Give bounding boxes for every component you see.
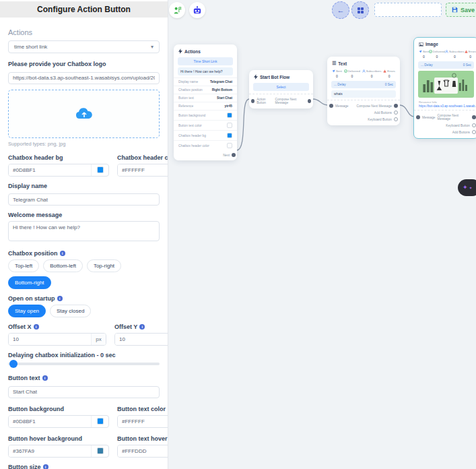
button-text-hover-color-label: Button text hover color [117,435,168,442]
button-bg-input[interactable] [9,416,91,427]
info-icon: i [60,251,65,256]
position-bottom-left[interactable]: Bottom-left [43,259,83,272]
stats-row: Sent0 Delivered0 Subscribers0 Errors0 [414,49,476,59]
welcome-message-textarea[interactable]: Hi there ! How can we help? [8,221,160,241]
bot-button[interactable] [189,2,205,18]
header-bg-label: Chatbox header bg [8,154,109,161]
header-color-input[interactable] [118,164,168,176]
logo-url-input[interactable] [8,72,160,84]
color-swatch [227,113,232,118]
offset-x-label: Offset Xi [8,323,106,330]
color-swatch [227,143,232,148]
message-socket[interactable] [416,115,420,119]
node-title: Text [338,61,347,66]
stats-row: Sent0 Delivered0 Subscribers0 Errors0 [327,68,400,79]
person-flag-icon [173,6,182,15]
save-icon [452,7,458,13]
start-bot-flow-node[interactable]: Start Bot Flow Select Action Button Comp… [249,70,313,108]
node-title: Image [426,42,438,46]
app-root: Configure Action Button Actions time sho… [0,0,476,469]
button-text-color-label: Button text color [117,406,168,412]
button-text-label: Button texti [8,375,160,381]
subscribers-icon [362,69,366,73]
position-top-left[interactable]: Top-left [8,259,39,272]
back-button[interactable]: ← [332,1,349,19]
display-name-label: Display name [8,183,160,189]
logo-upload-dropzone[interactable] [8,90,160,138]
button-text-hover-color-input[interactable] [118,445,168,457]
button-text-color-input[interactable] [118,416,168,427]
open-on-startup-label: Open on startupi [8,295,160,302]
header-bg-field [8,164,109,177]
ai-assistant-button[interactable]: ✦ ✦ [458,179,476,196]
header-bg-input[interactable] [9,164,91,176]
button-text-color-field [117,415,168,428]
image-node[interactable]: Image Sent0 Delivered0 Subscribers0 Erro… [413,37,476,139]
position-bottom-right[interactable]: Bottom-right [8,276,51,289]
select-pill[interactable]: Select [253,83,309,91]
compose-next-socket[interactable] [394,104,398,108]
position-top-right[interactable]: Top-right [87,259,121,272]
node-row: Chatbox positionRight Bottom [174,86,237,94]
button-text-input[interactable] [8,386,160,398]
flow-name-input[interactable] [374,3,442,17]
grid-icon [358,7,364,13]
actions-select[interactable]: time short link ▾ [8,40,160,53]
node-row: Chatbox header color [174,140,237,150]
delivered-icon [344,69,347,73]
flow-canvas[interactable]: ← Save Actions Time Short Link Hi there … [168,0,476,469]
add-buttons-socket[interactable] [472,130,476,134]
bolt-icon [178,49,182,54]
canvas-save-button[interactable]: Save [446,3,476,17]
errors-icon [383,69,386,73]
actions-section-label: Actions [8,28,160,36]
action-button-socket[interactable] [251,99,254,103]
delay-init-label: Delaying chatbox initialization - 0 sec [8,352,160,358]
image-thumbnail[interactable] [418,71,474,98]
actions-select-value: time short link [14,44,47,50]
node-row: Button textStart Chat [174,94,237,102]
compose-next-socket[interactable] [308,99,311,103]
button-bg-label: Button background [8,406,109,412]
startup-stay-closed[interactable]: Stay closed [50,305,91,317]
text-node[interactable]: ☰ Text Sent0 Delivered0 Subscribers0 Err… [327,57,400,125]
delay-slider[interactable] [8,363,160,365]
configure-panel: Configure Action Button Actions time sho… [0,0,168,469]
delay-slider-thumb[interactable] [9,360,18,368]
startup-stay-open[interactable]: Stay open [8,305,46,317]
next-socket[interactable] [232,153,236,157]
delay-bar[interactable]: ... Delay0 Sec [418,61,474,69]
bolt-icon [254,74,258,80]
text-content[interactable]: whats [331,90,396,98]
welcome-message-label: Welcome message [8,212,160,218]
button-hover-bg-input[interactable] [9,445,91,457]
offset-y-input[interactable] [115,334,168,345]
button-text-hover-color-field [117,445,168,458]
header-bg-swatch[interactable] [97,166,104,173]
info-icon: i [34,324,39,330]
compose-next-socket[interactable] [472,115,476,119]
cloud-upload-icon [75,108,93,120]
offset-x-input[interactable] [9,334,91,345]
keyboard-button-socket[interactable] [394,117,398,121]
layout-grid-button[interactable] [351,1,369,19]
share-agent-button[interactable] [169,2,185,18]
resource-url-link[interactable]: https://bot-data.s3.ap-southeast-1.wasab… [414,104,476,110]
arrow-left-icon: ← [337,6,345,14]
display-name-input[interactable] [8,193,160,206]
keyboard-button-socket[interactable] [472,123,476,127]
message-socket[interactable] [329,104,333,108]
add-buttons-socket[interactable] [394,111,398,115]
startup-options: Stay open Stay closed [8,305,160,317]
selected-action-pill: Time Short Link [178,57,233,65]
panel-title: Configure Action Button [0,1,168,18]
button-bg-swatch[interactable] [97,418,104,425]
header-color-label: Chatbox header color [117,154,168,161]
sent-icon [419,50,422,53]
info-icon: i [42,375,48,381]
button-hover-bg-swatch[interactable] [97,447,104,454]
delay-bar[interactable]: ... Delay0 Sec [331,81,396,88]
chatbox-position-label: Chatbox positioni [8,250,160,257]
header-color-field [117,164,168,177]
actions-node[interactable]: Actions Time Short Link Hi there ! How c… [174,44,237,160]
